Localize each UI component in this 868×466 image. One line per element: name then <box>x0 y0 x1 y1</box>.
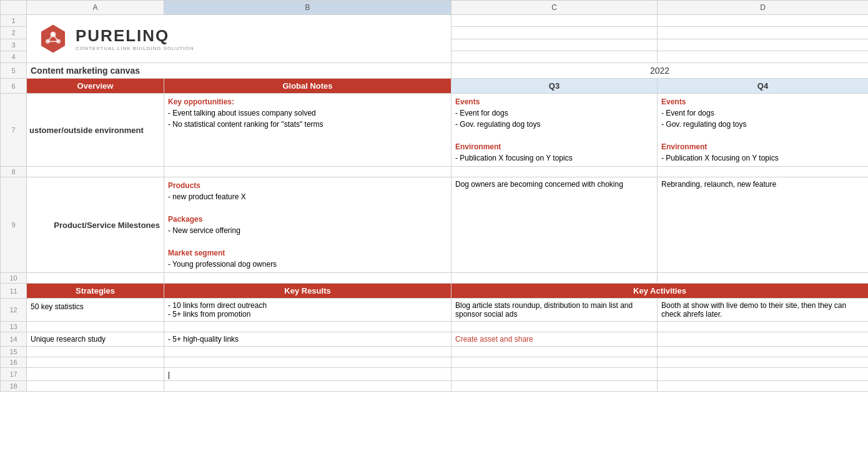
canvas-title-cell: Content marketing canvas <box>27 63 451 79</box>
row-num-5: 5 <box>1 63 27 79</box>
key-opportunities-content: Key opportunities: - Event talking about… <box>168 96 447 130</box>
cell-r4-d <box>658 51 869 62</box>
cell-r1-c <box>451 15 658 27</box>
booth-cell[interactable]: Booth at show with live demo to their si… <box>658 299 869 322</box>
row-num-14: 14 <box>1 332 27 347</box>
q4-env-cell[interactable]: Events - Event for dogs - Gov. regulatin… <box>658 94 869 167</box>
global-notes-label: Global Notes <box>282 81 332 91</box>
products-title: Products <box>168 180 447 191</box>
q3-label: Q3 <box>549 81 560 91</box>
row-num-15: 15 <box>1 347 27 357</box>
year-label: 2022 <box>650 66 669 76</box>
packages-title: Packages <box>168 214 447 225</box>
cell-r17-c <box>451 368 658 381</box>
corner-header <box>1 1 27 15</box>
logo-subtitle: CONTEXTUAL LINK BUILDING SOLUTION <box>76 46 194 51</box>
key-activities-label: Key Activities <box>633 286 686 295</box>
key-opp-title: Key opportunities: <box>168 96 447 107</box>
cell-r8-c <box>451 167 658 177</box>
cell-r2-c <box>451 27 658 39</box>
cell-r17-d <box>658 368 869 381</box>
fifty-stats-item1: - 10 links form direct outreach <box>168 301 447 310</box>
cell-r13-a <box>27 322 164 332</box>
q3-events-title: Events <box>455 96 653 107</box>
cell-r13-c <box>451 322 658 332</box>
cell-r13-d <box>658 322 869 332</box>
row-num-4: 4 <box>1 51 27 62</box>
key-opp-item1: - Event talking about issues company sol… <box>168 107 447 119</box>
q3-header: Q3 <box>451 79 658 94</box>
cell-r1-d <box>658 15 869 27</box>
row-num-10: 10 <box>1 273 27 284</box>
col-header-a[interactable]: A <box>27 1 164 15</box>
q3-env-title: Environment <box>455 141 653 152</box>
cell-r17-a <box>27 368 164 381</box>
cell-r16-c <box>451 357 658 368</box>
cell-r18-d <box>658 381 869 392</box>
rebranding-cell[interactable]: Rebranding, relaunch, new feature <box>658 177 869 273</box>
cell-r8-b <box>164 167 451 177</box>
global-notes-header: Global Notes <box>164 79 451 94</box>
key-opportunities-cell[interactable]: Key opportunities: - Event talking about… <box>164 94 451 167</box>
row-num-18: 18 <box>1 381 27 392</box>
create-asset-text: Create asset and share <box>455 335 533 344</box>
dog-owners-text: Dog owners are becoming concerned with c… <box>455 180 623 189</box>
cell-r4-c <box>451 51 658 62</box>
dog-owners-cell[interactable]: Dog owners are becoming concerned with c… <box>451 177 658 273</box>
create-asset-cell[interactable]: Create asset and share <box>451 332 658 347</box>
row-num-11: 11 <box>1 284 27 299</box>
strategies-label: Strategies <box>76 286 115 295</box>
q3-env-item1: - Publication X focusing on Y topics <box>455 152 653 164</box>
row-num-17: 17 <box>1 368 27 381</box>
logo-cell: PURELINQ CONTEXTUAL LINK BUILDING SOLUTI… <box>27 15 451 63</box>
cell-r18-a <box>27 381 164 392</box>
unique-research-results-cell[interactable]: - 5+ high-quality links <box>164 332 451 347</box>
blog-article-cell[interactable]: Blog article stats roundup, distribution… <box>451 299 658 322</box>
purelinq-logo-icon <box>37 22 69 55</box>
product-milestones-label-cell[interactable]: Product/Service Milestones <box>27 177 164 273</box>
q3-events-item2: - Gov. regulating dog toys <box>455 119 653 130</box>
fifty-stats-label-cell[interactable]: 50 key statistics <box>27 299 164 322</box>
cell-r8-d <box>658 167 869 177</box>
fifty-stats-label: 50 key statistics <box>31 302 84 311</box>
cell-r18-b <box>164 381 451 392</box>
cell-r10-c <box>451 273 658 284</box>
products-packages-cell[interactable]: Products - new product feature X Package… <box>164 177 451 273</box>
packages-item1: - New service offering <box>168 225 447 236</box>
key-activities-header-cell: Key Activities <box>451 284 869 299</box>
q3-events-content: Events - Event for dogs - Gov. regulatin… <box>455 96 653 164</box>
col-header-d[interactable]: D <box>658 1 869 15</box>
products-content: Products - new product feature X Package… <box>168 180 447 270</box>
unique-research-label-cell[interactable]: Unique research study <box>27 332 164 347</box>
market-title: Market segment <box>168 247 447 259</box>
q4-events-content: Events - Event for dogs - Gov. regulatin… <box>661 96 864 164</box>
cell-r16-b <box>164 357 451 368</box>
q4-events-item1: - Event for dogs <box>661 107 864 119</box>
cell-r15-a <box>27 347 164 357</box>
overview-header: Overview <box>27 79 164 94</box>
cell-r13-b <box>164 322 451 332</box>
row-num-1: 1 <box>1 15 27 27</box>
q3-events-item1: - Event for dogs <box>455 107 653 119</box>
product-milestones-label: Product/Service Milestones <box>54 221 160 230</box>
spreadsheet-container: A B C D 1 <box>0 0 868 466</box>
row-num-6: 6 <box>1 79 27 94</box>
col-header-b[interactable]: B <box>164 1 451 15</box>
unique-research-result: - 5+ high-quality links <box>168 335 239 344</box>
q3-env-cell[interactable]: Events - Event for dogs - Gov. regulatin… <box>451 94 658 167</box>
logo-name: PURELINQ <box>76 26 194 46</box>
fifty-stats-results-cell[interactable]: - 10 links form direct outreach - 5+ lin… <box>164 299 451 322</box>
cell-r10-a <box>27 273 164 284</box>
cell-r17-b[interactable]: | <box>164 368 451 381</box>
row-num-8: 8 <box>1 167 27 177</box>
blog-article-text: Blog article stats roundup, distribution… <box>455 301 633 319</box>
canvas-title: Content marketing canvas <box>31 66 140 76</box>
col-header-c[interactable]: C <box>451 1 658 15</box>
fifty-stats-item2: - 5+ links from promotion <box>168 310 447 319</box>
cell-r16-d <box>658 357 869 368</box>
q4-events-item2: - Gov. regulating dog toys <box>661 119 864 130</box>
overview-label: Overview <box>77 81 114 91</box>
customer-env-label-cell[interactable]: ustomer/outside environment <box>27 94 164 167</box>
key-results-label: Key Results <box>284 286 330 295</box>
row-num-13: 13 <box>1 322 27 332</box>
